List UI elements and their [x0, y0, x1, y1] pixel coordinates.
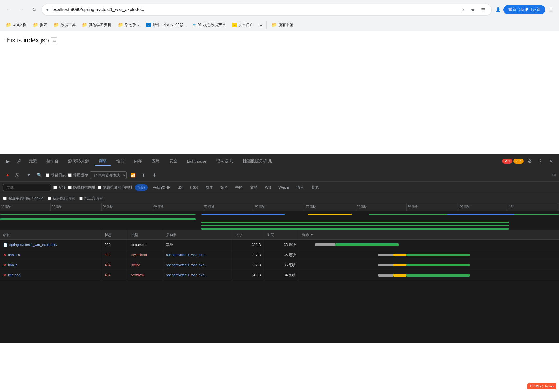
filter-font[interactable]: 字体: [233, 184, 245, 191]
tab-sources[interactable]: 源代码/来源: [64, 157, 93, 165]
timeline-bars: [0, 211, 559, 230]
bookmark-wiki[interactable]: 📁 wiki文档: [3, 21, 29, 29]
blocked-requests[interactable]: 被屏蔽的请求: [48, 196, 75, 201]
bookmark-learning[interactable]: 📁 其他学习资料: [79, 21, 114, 29]
timeline-area[interactable]: 10 毫秒 20 毫秒 30 毫秒 40 毫秒 50 毫秒 60 毫秒 70 毫…: [0, 203, 559, 230]
cell-name: ✕ img.png: [0, 270, 101, 280]
filter-manifest[interactable]: 清单: [294, 184, 306, 191]
table-row[interactable]: ✕ aaa.css 404 stylesheet springmvctest1_…: [0, 250, 559, 260]
bookmark-misc[interactable]: 📁 杂七杂八: [115, 21, 142, 29]
devtools-settings-icon[interactable]: ⚙: [525, 157, 534, 166]
filter-other[interactable]: 其他: [309, 184, 321, 191]
tab-lighthouse[interactable]: Lighthouse: [183, 157, 211, 165]
col-type[interactable]: 类型: [128, 230, 163, 239]
third-party-requests[interactable]: 第三方请求: [79, 196, 103, 201]
inspect-element-icon[interactable]: ▶: [3, 157, 13, 166]
bookmark-data-product[interactable]: ≋ 01-核心数据产品: [190, 22, 228, 29]
clear-button[interactable]: ⃠: [14, 171, 22, 179]
bookmark-label: 01-核心数据产品: [198, 23, 225, 27]
col-name[interactable]: 名称: [0, 230, 101, 239]
filter-fetch-xhr[interactable]: Fetch/XHR: [150, 185, 173, 190]
upload-icon[interactable]: ⬆: [139, 171, 148, 179]
wf-stall: [378, 274, 393, 277]
preserve-log-checkbox[interactable]: 保留日志: [46, 173, 66, 178]
tick-80: 80 毫秒: [356, 203, 407, 211]
col-time[interactable]: 时间: [264, 230, 299, 239]
tab-network[interactable]: 网络: [95, 157, 111, 166]
bookmark-tech-portal[interactable]: 🔑 技术门户: [229, 22, 256, 29]
tab-performance[interactable]: 性能: [112, 157, 129, 165]
cell-time: 35 毫秒: [264, 260, 299, 270]
tab-perf-insights[interactable]: 性能数据分析 几: [239, 157, 276, 165]
tick-60: 60 毫秒: [254, 203, 305, 211]
filter-doc[interactable]: 文档: [247, 184, 260, 191]
bookmark-email[interactable]: O 邮件 - zhaoyu93@...: [143, 22, 189, 29]
col-size[interactable]: 大小: [232, 230, 264, 239]
col-waterfall[interactable]: 瀑布 ▼: [299, 230, 559, 239]
device-toolbar-icon[interactable]: ☍: [14, 157, 23, 166]
bookmarks-bar: 📁 wiki文档 📁 报表 📁 数据工具 📁 其他学习资料 📁 杂七杂八 O 邮…: [0, 19, 559, 31]
table-row[interactable]: 📄 springmvctest1_war_exploded/ 200 docum…: [0, 240, 559, 250]
filter-js[interactable]: JS: [175, 185, 185, 190]
wf-send: [393, 264, 406, 266]
filter-icon-btn[interactable]: ▼: [25, 171, 33, 179]
tab-console[interactable]: 控制台: [42, 157, 63, 165]
back-button[interactable]: ←: [3, 4, 14, 15]
tab-memory[interactable]: 内存: [130, 157, 146, 165]
wf-stall: [315, 243, 335, 246]
throttle-select[interactable]: 已停用节流模式: [90, 171, 127, 179]
chrome-menu-button[interactable]: ⋮: [546, 5, 556, 14]
hide-data-urls[interactable]: 隐藏数据网址: [68, 185, 96, 190]
devtools-more-icon[interactable]: ⋮: [536, 157, 545, 166]
tick-100: 100 毫秒: [457, 203, 508, 211]
filter-all[interactable]: 全部: [135, 184, 148, 191]
forward-button[interactable]: →: [16, 4, 27, 15]
filter-wasm[interactable]: Wasm: [276, 185, 292, 190]
cookie-bar: 被屏蔽的响应 Cookie 被屏蔽的请求 第三方请求: [0, 193, 559, 203]
recording-button[interactable]: ●: [3, 171, 12, 179]
bookmark-data-tools[interactable]: 📁 数据工具: [51, 21, 78, 29]
address-bar[interactable]: ● localhost:8080/springmvctest1_war_expl…: [42, 4, 492, 15]
bookmark-report[interactable]: 📁 报表: [30, 21, 50, 29]
reload-button[interactable]: ↻: [29, 4, 40, 15]
col-initiator[interactable]: 启动器: [163, 230, 232, 239]
network-settings-icon[interactable]: ⚙: [552, 173, 556, 178]
blocked-response-cookies[interactable]: 被屏蔽的响应 Cookie: [3, 196, 43, 201]
filter-ws[interactable]: WS: [262, 185, 274, 190]
hide-ext-urls[interactable]: 隐藏扩展程序网址: [98, 185, 133, 190]
table-row[interactable]: ✕ bbb.js 404 script springmvctest1_war_e…: [0, 260, 559, 270]
invert-filter[interactable]: 反转: [53, 185, 66, 190]
tab-recorder[interactable]: 记录器 几: [212, 157, 238, 165]
online-icon[interactable]: 📶: [129, 171, 137, 179]
network-table[interactable]: 名称 状态 类型 启动器 大小 时间 瀑布 ▼ 📄 springmvctest1…: [0, 230, 559, 343]
download-icon[interactable]: ⬇: [150, 171, 159, 179]
folder-icon: 📁: [6, 22, 11, 27]
col-status[interactable]: 状态: [101, 230, 128, 239]
bookmark-all[interactable]: 📁 所有书签: [269, 21, 296, 29]
devtools-close-icon[interactable]: ✕: [546, 157, 556, 166]
disable-cache-checkbox[interactable]: 停用缓存: [68, 173, 88, 178]
tick-70: 70 毫秒: [305, 203, 356, 211]
reader-mode-icon[interactable]: ☷: [479, 5, 487, 14]
bookmark-label: 其他学习资料: [89, 23, 111, 27]
wf-send: [393, 274, 406, 277]
bookmark-star-icon[interactable]: ★: [469, 5, 477, 14]
filter-img[interactable]: 图片: [203, 184, 215, 191]
tab-application[interactable]: 应用: [147, 157, 164, 165]
wf-stall: [378, 264, 393, 266]
filter-media[interactable]: 媒体: [218, 184, 230, 191]
tab-security[interactable]: 安全: [165, 157, 182, 165]
profile-icon[interactable]: 👤: [494, 5, 502, 14]
table-row[interactable]: ✕ img.png 404 text/html springmvctest1_w…: [0, 270, 559, 280]
filter-input[interactable]: [3, 184, 51, 191]
search-button[interactable]: 🔍: [35, 171, 44, 179]
wf-send: [393, 254, 406, 256]
translate-icon[interactable]: è: [458, 5, 467, 14]
update-button[interactable]: 重新启动即可更新: [503, 5, 545, 14]
filter-css[interactable]: CSS: [187, 185, 200, 190]
tick-20: 20 毫秒: [51, 203, 101, 211]
security-icon: ●: [46, 7, 49, 12]
bookmarks-more-btn[interactable]: »: [257, 22, 265, 28]
tick-10: 10 毫秒: [0, 203, 51, 211]
tab-elements[interactable]: 元素: [25, 157, 41, 165]
